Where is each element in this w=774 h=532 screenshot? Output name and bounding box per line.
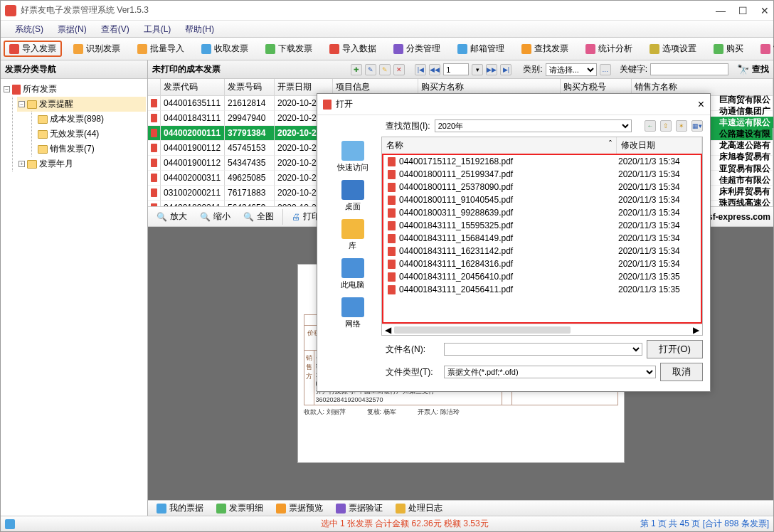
filename-input[interactable] (444, 343, 642, 356)
category-more[interactable]: … (600, 64, 611, 75)
toolbar-收取发票[interactable]: 收取发票 (196, 41, 254, 57)
col-name[interactable]: 名称 ˆ (382, 137, 617, 154)
pdf-icon (388, 183, 396, 192)
tree-group[interactable]: + 发票年月 (17, 156, 146, 171)
scope-select[interactable]: 2020年 (435, 119, 632, 132)
tray-icon (5, 519, 15, 529)
col-header[interactable]: 发票号码 (225, 79, 275, 96)
toolbar-识别发票[interactable]: 识别发票 (68, 41, 126, 57)
new-folder-icon[interactable]: ✶ (676, 120, 687, 132)
collapse-icon[interactable]: − (18, 101, 25, 107)
tab-发票明细[interactable]: 发票明细 (211, 500, 269, 516)
file-row[interactable]: 044001843111_20456410.pdf2020/11/3 15:35 (383, 270, 701, 283)
toolbar-导入数据[interactable]: 导入数据 (324, 41, 382, 57)
tree-root[interactable]: − 所有发票 (2, 82, 146, 97)
file-row[interactable]: 044001843111_16284316.pdf2020/11/3 15:34 (383, 257, 701, 270)
back-icon[interactable]: ← (645, 120, 656, 132)
file-row[interactable]: 044001843111_15684149.pdf2020/11/3 15:34 (383, 232, 701, 245)
toolbar-选项设置[interactable]: 选项设置 (644, 41, 702, 57)
toolbar-下载发票[interactable]: 下载发票 (260, 41, 318, 57)
find-button[interactable]: 查找 (752, 63, 769, 75)
place-网络[interactable]: 网络 (341, 297, 364, 329)
add-button[interactable]: ✚ (351, 64, 362, 75)
bottom-tabs: 我的票据发票明细票据预览票据验证处理日志 (148, 500, 773, 516)
place-快速访问[interactable]: 快速访问 (337, 141, 369, 173)
toolbar-购买[interactable]: 购买 (708, 41, 749, 57)
close-button[interactable]: ✕ (760, 5, 769, 16)
cancel-button[interactable]: 取消 (660, 363, 703, 381)
menu-item[interactable]: 查看(V) (94, 21, 137, 37)
file-row[interactable]: 044001715112_15192168.pdf2020/11/3 15:34 (383, 155, 701, 168)
toolbar-分类管理[interactable]: 分类管理 (388, 41, 446, 57)
fit-button[interactable]: 🔍全图 (238, 208, 280, 225)
binoculars-icon[interactable]: 🔭 (737, 64, 749, 75)
col-date[interactable]: 修改日期 (617, 137, 702, 154)
tree-group[interactable]: − 发票提醒 (17, 97, 146, 112)
place-此电脑[interactable]: 此电脑 (341, 258, 364, 290)
fit-icon: 🔍 (243, 212, 254, 222)
invoice-tree[interactable]: − 所有发票 − 发票提醒 成本发票(898)无效发票(44)销售发票(7) +… (1, 79, 147, 516)
minimize-button[interactable]: — (716, 5, 726, 16)
toolbar-常见问[interactable]: 常见问 (755, 41, 774, 57)
keyword-input[interactable] (650, 63, 728, 75)
place-桌面[interactable]: 桌面 (341, 180, 364, 212)
zoom-out-button[interactable]: 🔍缩小 (194, 208, 236, 225)
toolbar-批量导入[interactable]: 批量导入 (132, 41, 190, 57)
expand-icon[interactable]: + (18, 161, 25, 167)
file-row[interactable]: 044001843111_15595325.pdf2020/11/3 15:34 (383, 219, 701, 232)
maximize-button[interactable]: ☐ (738, 5, 748, 16)
dialog-close-button[interactable]: × (698, 98, 704, 111)
tab-票据验证[interactable]: 票据验证 (330, 500, 388, 516)
filetype-label: 文件类型(T): (386, 366, 440, 378)
tab-票据预览[interactable]: 票据预览 (270, 500, 329, 516)
edit-button[interactable]: ✎ (365, 64, 376, 75)
menu-item[interactable]: 帮助(H) (178, 21, 221, 37)
tree-item[interactable]: 无效发票(44) (36, 127, 146, 142)
filetype-select[interactable]: 票据文件(*.pdf;*.ofd) (444, 366, 656, 378)
category-label: 类别: (523, 63, 542, 75)
file-list[interactable]: 名称 ˆ 修改日期 044001715112_15192168.pdf2020/… (381, 137, 703, 336)
zoom-in-button[interactable]: 🔍放大 (151, 208, 193, 225)
collapse-icon[interactable]: − (4, 86, 10, 92)
menu-item[interactable]: 工具(L) (137, 21, 179, 37)
page-input[interactable] (443, 63, 469, 75)
folder-icon (27, 160, 37, 169)
clear-button[interactable]: ✎ (379, 64, 391, 75)
file-row[interactable]: 044001800111_25199347.pdf2020/11/3 15:34 (383, 168, 701, 181)
menu-item[interactable]: 系统(S) (8, 21, 51, 37)
file-row[interactable]: 044001843111_16231142.pdf2020/11/3 15:34 (383, 245, 701, 257)
up-icon[interactable]: ⇧ (660, 120, 672, 132)
tree-item[interactable]: 销售发票(7) (36, 142, 146, 156)
main-toolbar: 导入发票识别发票批量导入收取发票下载发票导入数据分类管理邮箱管理查找发票统计分析… (1, 38, 773, 60)
prev-page-button[interactable]: ◀◀ (429, 64, 440, 75)
tab-处理日志[interactable]: 处理日志 (390, 500, 448, 516)
category-select[interactable]: 请选择... (546, 63, 597, 76)
next-page-button[interactable]: ▶▶ (486, 64, 497, 75)
file-row[interactable]: 044001800111_25378090.pdf2020/11/3 15:34 (383, 181, 701, 193)
first-page-button[interactable]: |◀ (415, 64, 426, 75)
toolbar-导入发票[interactable]: 导入发票 (4, 41, 62, 57)
file-row[interactable]: 044001800311_99288639.pdf2020/11/3 15:34 (383, 206, 701, 219)
page-dropdown[interactable]: ▾ (472, 64, 483, 75)
tab-我的票据[interactable]: 我的票据 (151, 500, 209, 516)
pdf-icon (388, 157, 396, 166)
pdf-icon (388, 221, 396, 230)
place-库[interactable]: 库 (341, 219, 364, 251)
pdf-icon (151, 203, 157, 207)
delete-button[interactable]: ✕ (393, 64, 405, 75)
file-row[interactable]: 044001800111_91040545.pdf2020/11/3 15:34 (383, 193, 701, 206)
scrollbar-thumb[interactable] (394, 326, 571, 334)
seller-cell: 佳超市有限公 (709, 174, 773, 186)
toolbar-统计分析[interactable]: 统计分析 (580, 41, 638, 57)
last-page-button[interactable]: ▶| (500, 64, 511, 75)
toolbar-邮箱管理[interactable]: 邮箱管理 (452, 41, 510, 57)
pdf-icon (388, 170, 396, 179)
open-button[interactable]: 打开(O) (647, 340, 703, 358)
toolbar-查找发票[interactable]: 查找发票 (516, 41, 574, 57)
file-row[interactable]: 044001843111_20456411.pdf2020/11/3 15:35 (383, 283, 701, 296)
status-bar: 选中 1 张发票 合计金额 62.36元 税额 3.53元 第 1 页 共 45… (1, 516, 773, 531)
col-header[interactable]: 发票代码 (161, 79, 225, 96)
view-icon[interactable]: ▦▾ (691, 120, 703, 132)
menu-item[interactable]: 票据(N) (51, 21, 94, 37)
tree-item[interactable]: 成本发票(898) (36, 112, 146, 127)
